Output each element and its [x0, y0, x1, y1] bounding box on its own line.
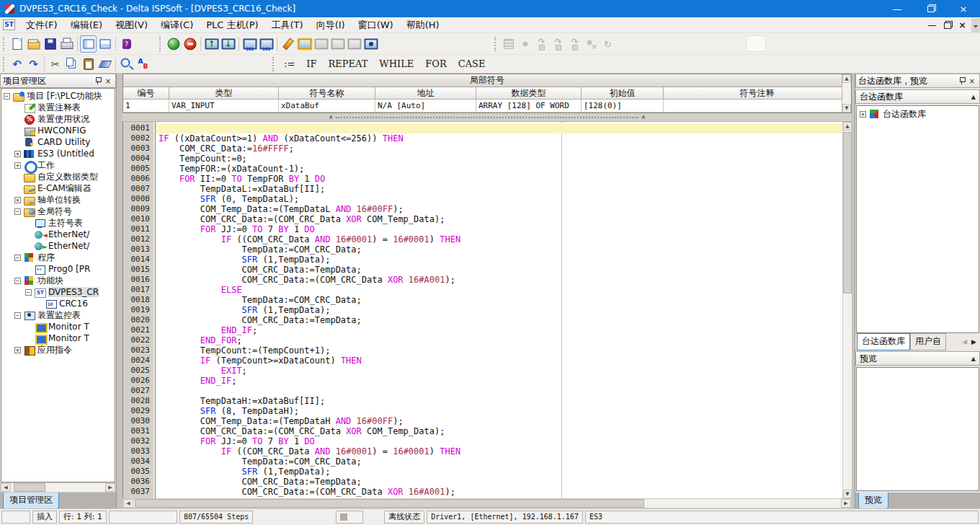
code-line[interactable]: FOR II:=0 TO TempFOR BY 1 DO	[156, 174, 842, 184]
code-line[interactable]: IF ((COM_CRC_Data AND 16#0001) = 16#0001…	[156, 234, 842, 244]
step-out-button[interactable]	[566, 35, 583, 53]
code-text-area[interactable]: IF ((xDataCount>=1) AND (xDataCount<=256…	[156, 122, 842, 498]
tree-item[interactable]: CARD Utility	[1, 136, 115, 148]
code-line[interactable]: COM_CRC_Data:=TempData;	[156, 315, 842, 325]
tree-item[interactable]: HWCONFIG	[1, 125, 115, 136]
menu-item[interactable]: 文件(F)	[19, 17, 64, 34]
new-file-button[interactable]	[9, 35, 25, 53]
menu-item[interactable]: 视图(V)	[109, 17, 154, 34]
tree-item[interactable]: CRC16	[1, 298, 115, 309]
blank-button[interactable]	[746, 35, 766, 52]
pin-button[interactable]	[93, 76, 103, 86]
monitor-bits-2-button[interactable]	[258, 35, 275, 53]
code-line[interactable]: SFR (1,TempData);	[156, 305, 842, 315]
scrollbar-track[interactable]	[11, 483, 105, 492]
symbol-table-vscrollbar[interactable]: ▲ ▼	[842, 74, 851, 112]
library-section-header[interactable]: 台达函数库 ▲	[855, 89, 980, 104]
symbol-cell[interactable]: 1	[123, 100, 169, 112]
pin-button[interactable]	[957, 76, 967, 86]
expander-minus-icon[interactable]: −	[14, 312, 21, 319]
code-line[interactable]: ELSE	[156, 285, 842, 295]
find-replace-button[interactable]	[135, 56, 151, 73]
debug-settings-button[interactable]	[500, 35, 517, 53]
tree-item[interactable]: 主符号表	[1, 217, 115, 229]
code-line[interactable]: TempCount:=0;	[156, 154, 842, 164]
tree-item[interactable]: EtherNet/	[1, 240, 115, 252]
column-header[interactable]: 初始值	[582, 87, 664, 100]
symbol-cell[interactable]: xDataBuf	[279, 100, 375, 112]
code-line[interactable]: SFR (1,TempData);	[156, 467, 842, 477]
stop-button[interactable]	[182, 35, 198, 53]
code-line[interactable]: EXIT;	[156, 366, 842, 376]
tree-item[interactable]: 自定义数据类型	[1, 171, 115, 182]
code-line[interactable]: TempDataL:=xDataBuf[II];	[156, 184, 842, 194]
eraser-button[interactable]	[97, 56, 113, 73]
expander-minus-icon[interactable]: −	[25, 289, 32, 296]
menu-item[interactable]: 工具(T)	[265, 17, 310, 34]
cut-button[interactable]	[47, 56, 63, 73]
upload-button[interactable]	[203, 35, 220, 53]
code-line[interactable]: FOR JJ:=0 TO 7 BY 1 DO	[156, 224, 842, 234]
tab-scroll-right-icon[interactable]: ▶	[969, 337, 979, 347]
expander-minus-icon[interactable]: −	[14, 255, 21, 261]
code-line[interactable]: IF ((COM_CRC_Data AND 16#0001) = 16#0001…	[156, 446, 842, 456]
code-line[interactable]: IF ((xDataCount>=1) AND (xDataCount<=256…	[156, 133, 842, 144]
code-line[interactable]: COM_Temp_Data:=(TempDataL AND 16#00FF);	[156, 204, 842, 214]
view-output-button[interactable]	[97, 35, 113, 53]
re-execute-button[interactable]	[600, 35, 616, 53]
open-file-button[interactable]	[25, 35, 42, 53]
monitor-online-button[interactable]	[296, 35, 313, 53]
toolbar-grip[interactable]	[3, 57, 6, 71]
tree-item[interactable]: +工作	[1, 159, 115, 171]
tree-item[interactable]: −程序	[1, 252, 115, 263]
minimize-button[interactable]: —	[881, 0, 914, 17]
expander-plus[interactable]: +	[860, 111, 866, 118]
expander-plus-icon[interactable]: +	[14, 347, 21, 353]
mdi-minimize-button[interactable]: —	[925, 19, 940, 32]
scrollbar-thumb[interactable]	[14, 483, 45, 492]
run-button[interactable]	[165, 35, 182, 53]
left-splitter[interactable]	[117, 74, 122, 508]
symbol-cell[interactable]: VAR_INPUT	[169, 100, 279, 112]
menu-item[interactable]: PLC 主机(P)	[200, 17, 264, 34]
code-line[interactable]: END_FOR;	[156, 335, 842, 345]
card-utility-button[interactable]	[313, 35, 329, 53]
menu-item[interactable]: 编译(C)	[154, 17, 200, 34]
st-snippet-button[interactable]: CASE	[453, 57, 491, 71]
expander-plus-icon[interactable]: +	[14, 197, 21, 203]
code-line[interactable]: COM_Temp_Data:=(TempDataH AND 16#00FF);	[156, 416, 842, 426]
edit-pen-button[interactable]	[280, 35, 296, 53]
preview-panel-tab[interactable]: 预览	[858, 493, 888, 509]
panel-close-button[interactable]: ×	[967, 76, 977, 86]
close-button[interactable]: ×	[947, 0, 980, 17]
menu-item[interactable]: 帮助(H)	[400, 17, 446, 34]
tree-item[interactable]: −项目 [F:\PLC功能块	[1, 90, 115, 102]
column-header[interactable]: 符号注释	[664, 87, 851, 100]
code-line[interactable]: IF (TempCount>=xDataCount) THEN	[156, 356, 842, 366]
step-into-button[interactable]	[533, 35, 550, 53]
download-button[interactable]	[220, 35, 236, 53]
mdi-restore-button[interactable]	[940, 19, 955, 32]
st-snippet-button[interactable]: FOR	[419, 57, 452, 71]
code-line[interactable]: COM_CRC_Data:=TempData;	[156, 477, 842, 487]
code-line[interactable]: TempFOR:=(xDataCount-1);	[156, 164, 842, 174]
tree-item[interactable]: −功能块	[1, 275, 115, 286]
editor-vscrollbar[interactable]: ▲ ▼	[842, 122, 852, 498]
column-header[interactable]: 编号	[123, 87, 169, 100]
toolbar-overflow-button[interactable]	[971, 18, 980, 32]
mdi-close-button[interactable]: ×	[955, 19, 970, 32]
st-snippet-button[interactable]: :=	[278, 57, 300, 71]
help-book-button[interactable]	[118, 35, 135, 53]
scroll-left-button[interactable]: ◀	[123, 499, 133, 508]
code-line[interactable]: COM_CRC_Data:=16#FFFF;	[156, 144, 842, 154]
scrollbar-track[interactable]	[133, 499, 841, 508]
menu-item[interactable]: 窗口(W)	[352, 17, 400, 34]
tree-item[interactable]: +ES3 (Untitled	[1, 148, 115, 159]
editor-hscrollbar[interactable]: ◀ ▶	[122, 498, 852, 508]
symbol-cell[interactable]: [128(0)]	[582, 100, 664, 112]
monitor-offline-1-button[interactable]	[329, 35, 346, 53]
st-snippet-button[interactable]: WHILE	[373, 57, 419, 71]
menu-item[interactable]: 向导(I)	[310, 17, 352, 34]
code-line[interactable]: COM_CRC_Data:=(COM_CRC_Data XOR COM_Temp…	[156, 426, 842, 436]
tab-delta-library[interactable]: 台达函数库	[857, 333, 910, 350]
